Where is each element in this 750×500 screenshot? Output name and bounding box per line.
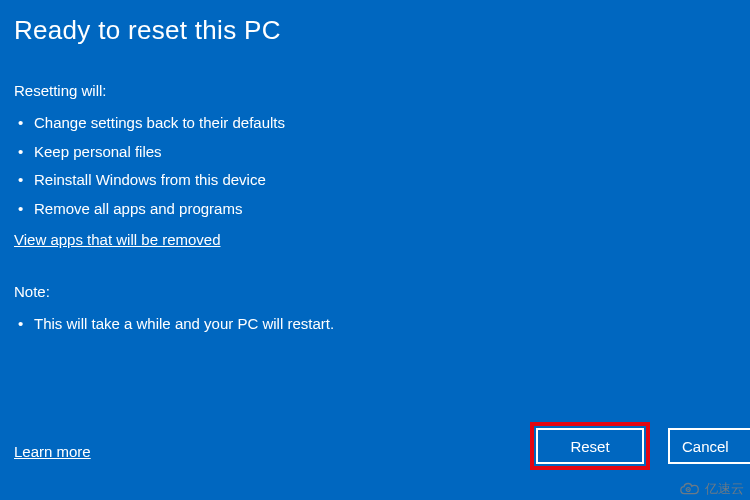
- learn-more-link[interactable]: Learn more: [14, 443, 91, 460]
- list-item: Keep personal files: [18, 138, 736, 167]
- watermark-text: 亿速云: [705, 480, 744, 498]
- list-item: Remove all apps and programs: [18, 195, 736, 224]
- cancel-button[interactable]: Cancel: [668, 428, 750, 464]
- note-label: Note:: [14, 283, 736, 300]
- resetting-label: Resetting will:: [14, 82, 736, 99]
- cloud-icon: [679, 481, 701, 497]
- button-row: Reset Cancel: [530, 422, 750, 470]
- reset-pc-dialog: Ready to reset this PC Resetting will: C…: [0, 0, 750, 500]
- view-apps-link[interactable]: View apps that will be removed: [14, 231, 221, 248]
- resetting-section: Resetting will: Change settings back to …: [14, 82, 736, 249]
- page-title: Ready to reset this PC: [14, 15, 736, 46]
- list-item: This will take a while and your PC will …: [18, 310, 736, 339]
- reset-button[interactable]: Reset: [536, 428, 644, 464]
- note-list: This will take a while and your PC will …: [14, 310, 736, 339]
- resetting-list: Change settings back to their defaults K…: [14, 109, 736, 223]
- list-item: Reinstall Windows from this device: [18, 166, 736, 195]
- watermark: 亿速云: [679, 480, 744, 498]
- reset-button-highlight: Reset: [530, 422, 650, 470]
- note-section: Note: This will take a while and your PC…: [14, 283, 736, 339]
- list-item: Change settings back to their defaults: [18, 109, 736, 138]
